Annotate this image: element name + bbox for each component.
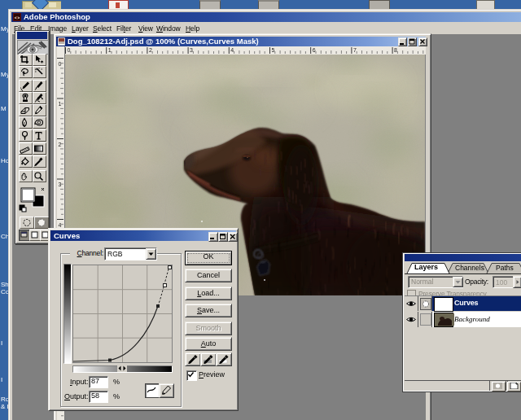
- svg-text:5: 5: [272, 47, 275, 53]
- svg-text:4: 4: [230, 47, 234, 53]
- svg-text:2: 2: [149, 47, 152, 53]
- svg-text:6: 6: [313, 47, 316, 53]
- svg-text:4: 4: [59, 222, 62, 228]
- svg-text:3: 3: [190, 47, 193, 53]
- svg-text:7: 7: [353, 47, 357, 53]
- svg-text:8: 8: [394, 47, 397, 53]
- svg-text:1: 1: [108, 47, 112, 53]
- svg-text:0: 0: [59, 61, 62, 67]
- svg-text:1: 1: [59, 101, 62, 107]
- svg-text:0: 0: [68, 47, 71, 53]
- svg-text:2: 2: [59, 142, 62, 147]
- svg-text:3: 3: [59, 182, 62, 187]
